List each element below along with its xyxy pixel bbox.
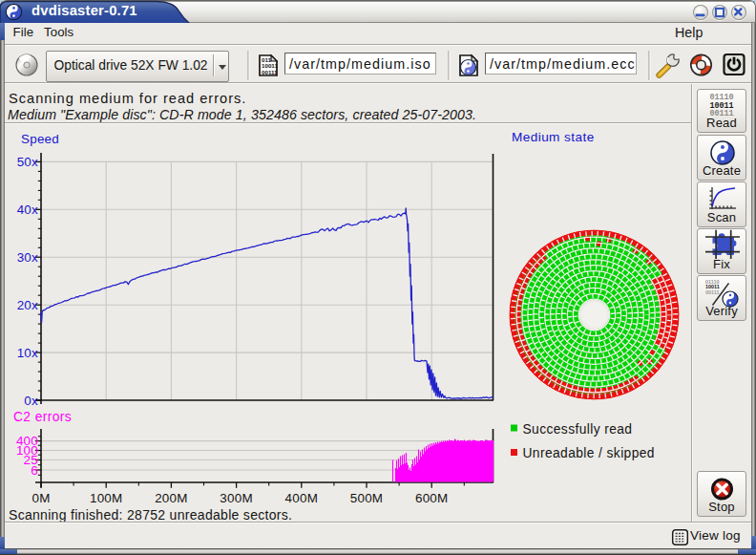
svg-text:50x: 50x (17, 155, 38, 169)
svg-text:10x: 10x (17, 346, 38, 360)
svg-text:40x: 40x (17, 203, 38, 217)
svg-text:300M: 300M (220, 491, 253, 505)
svg-text:100M: 100M (90, 491, 123, 505)
svg-text:0x: 0x (24, 394, 38, 408)
svg-text:Unreadable / skipped: Unreadable / skipped (523, 446, 655, 460)
svg-text:Successfully read: Successfully read (523, 422, 633, 437)
svg-text:200M: 200M (155, 491, 188, 505)
svg-text:20x: 20x (17, 298, 38, 312)
svg-text:00111: 00111 (705, 289, 719, 295)
svg-text:0M: 0M (32, 491, 50, 505)
svg-text:600M: 600M (415, 491, 449, 505)
svg-text:400M: 400M (285, 491, 319, 505)
svg-text:6: 6 (31, 463, 38, 478)
svg-text:30x: 30x (17, 250, 38, 265)
svg-text:500M: 500M (350, 491, 384, 505)
svg-text:C2 errors: C2 errors (13, 410, 72, 424)
svg-text:Medium state: Medium state (512, 130, 595, 144)
svg-text:Speed: Speed (21, 132, 59, 146)
